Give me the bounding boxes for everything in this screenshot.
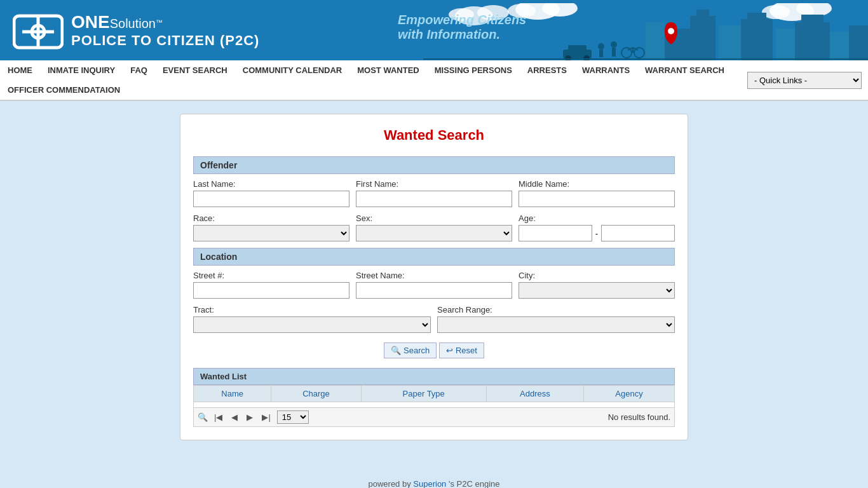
city-field: City:: [519, 271, 675, 299]
last-name-input[interactable]: [193, 191, 349, 207]
prev-page-button[interactable]: ◀: [229, 411, 240, 423]
first-name-input[interactable]: [356, 191, 512, 207]
last-name-label: Last Name:: [193, 179, 349, 189]
location-section-header: Location: [193, 248, 675, 266]
city-select[interactable]: [519, 282, 675, 299]
per-page-select[interactable]: 15 25 50 100: [277, 410, 309, 424]
last-name-field: Last Name:: [193, 179, 349, 207]
col-agency: Agency: [584, 386, 675, 402]
logo-text: ONESolution™ POLICE TO CITIZEN (P2C): [71, 11, 259, 50]
logo-one: ONE: [71, 12, 110, 32]
slogan-line2: with Information.: [398, 27, 526, 42]
col-name: Name: [194, 386, 271, 402]
quick-links-select[interactable]: - Quick Links -: [747, 72, 862, 89]
tract-label: Tract:: [193, 305, 431, 315]
age-min-input[interactable]: [519, 225, 592, 241]
age-range-inputs: -: [519, 225, 675, 241]
svg-rect-35: [568, 45, 587, 51]
last-page-button[interactable]: ▶|: [259, 411, 273, 423]
nav-inmate-inquiry[interactable]: INMATE INQUIRY: [40, 60, 123, 80]
svg-rect-14: [696, 10, 709, 19]
wanted-list-table: Name Charge Paper Type Address Agency: [193, 385, 675, 408]
svg-point-38: [668, 28, 674, 34]
sex-field: Sex:: [356, 214, 512, 241]
search-range-field: Search Range:: [437, 305, 675, 333]
col-paper-type: Paper Type: [361, 386, 486, 402]
quick-links-area: - Quick Links -: [741, 69, 868, 92]
main-content: Wanted Search Offender Last Name: First …: [0, 101, 868, 470]
svg-rect-15: [719, 25, 741, 60]
slogan-line1: Empowering Citizens: [398, 13, 526, 27]
middle-name-field: Middle Name:: [519, 179, 675, 207]
race-field: Race:: [193, 214, 349, 241]
race-label: Race:: [193, 214, 349, 223]
nav-most-wanted[interactable]: MOST WANTED: [349, 60, 427, 80]
table-controls: 🔍 |◀ ◀ ▶ ▶| 15 25 50 100 No results foun…: [193, 408, 675, 427]
first-name-field: First Name:: [356, 179, 512, 207]
wanted-list-section: Wanted List Name Charge Paper Type Addre…: [193, 368, 675, 427]
header-decoration: Empowering Citizens with Information.: [385, 0, 868, 60]
age-label: Age:: [519, 214, 675, 223]
street-num-label: Street #:: [193, 271, 349, 280]
reset-icon: ↩: [446, 346, 453, 355]
svg-rect-17: [747, 13, 766, 22]
street-name-input[interactable]: [356, 282, 512, 299]
age-max-input[interactable]: [601, 225, 675, 241]
table-row: [194, 402, 675, 408]
first-page-button[interactable]: |◀: [212, 411, 225, 423]
middle-name-input[interactable]: [519, 191, 675, 207]
footer-text-end: 's P2C engine: [446, 479, 499, 488]
nav-faq[interactable]: FAQ: [123, 60, 155, 80]
nav-arrests[interactable]: ARRESTS: [520, 60, 574, 80]
logo-area: ONESolution™ POLICE TO CITIZEN (P2C): [13, 10, 259, 51]
main-nav: HOME INMATE INQUIRY FAQ EVENT SEARCH COM…: [0, 60, 868, 101]
search-button-label: Search: [403, 346, 430, 355]
street-name-field: Street Name:: [356, 271, 512, 299]
svg-point-27: [611, 41, 617, 48]
nav-warrants[interactable]: WARRANTS: [574, 60, 637, 80]
location-tract-row: Tract: Search Range:: [193, 305, 675, 333]
logo-p2c: POLICE TO CITIZEN (P2C): [71, 32, 259, 49]
tract-select[interactable]: [193, 316, 431, 333]
nav-community-calendar[interactable]: COMMUNITY CALENDAR: [235, 60, 349, 80]
table-search-icon: 🔍: [198, 412, 208, 422]
street-num-input[interactable]: [193, 282, 349, 299]
age-separator: -: [595, 229, 598, 238]
offender-section-header: Offender: [193, 156, 675, 174]
next-page-button[interactable]: ▶: [244, 411, 255, 423]
no-results-cell: [194, 402, 675, 408]
no-results-message: No results found.: [313, 412, 670, 422]
nav-missing-persons[interactable]: MISSING PERSONS: [427, 60, 520, 80]
sex-label: Sex:: [356, 214, 512, 223]
reset-button[interactable]: ↩ Reset: [439, 342, 484, 358]
logo-icon: [13, 10, 64, 51]
tract-field: Tract:: [193, 305, 431, 333]
reset-button-label: Reset: [456, 346, 477, 355]
nav-officer-commendation[interactable]: OFFICER COMMENDATAION: [0, 80, 128, 100]
logo-solution: Solution: [110, 17, 156, 30]
col-address: Address: [486, 386, 583, 402]
svg-rect-23: [646, 22, 665, 60]
form-buttons: 🔍 Search ↩ Reset: [193, 342, 675, 358]
svg-rect-22: [849, 25, 868, 60]
svg-rect-26: [599, 50, 603, 57]
search-range-label: Search Range:: [437, 305, 675, 315]
search-button[interactable]: 🔍 Search: [384, 342, 437, 358]
svg-rect-28: [612, 48, 616, 57]
race-select[interactable]: [193, 225, 349, 241]
nav-warrant-search[interactable]: WARRANT SEARCH: [637, 60, 732, 80]
sex-select[interactable]: [356, 225, 512, 241]
street-name-label: Street Name:: [356, 271, 512, 280]
city-label: City:: [519, 271, 675, 280]
svg-rect-21: [830, 32, 849, 60]
nav-home[interactable]: HOME: [0, 60, 40, 80]
search-card: Wanted Search Offender Last Name: First …: [180, 114, 688, 440]
svg-rect-13: [690, 16, 715, 60]
footer-link[interactable]: Superion: [413, 479, 446, 488]
svg-rect-19: [795, 22, 830, 60]
table-header-row: Name Charge Paper Type Address Agency: [194, 386, 675, 402]
wanted-list-header: Wanted List: [193, 368, 675, 385]
search-range-select[interactable]: [437, 316, 675, 333]
nav-event-search[interactable]: EVENT SEARCH: [155, 60, 235, 80]
offender-name-row: Last Name: First Name: Middle Name:: [193, 179, 675, 207]
